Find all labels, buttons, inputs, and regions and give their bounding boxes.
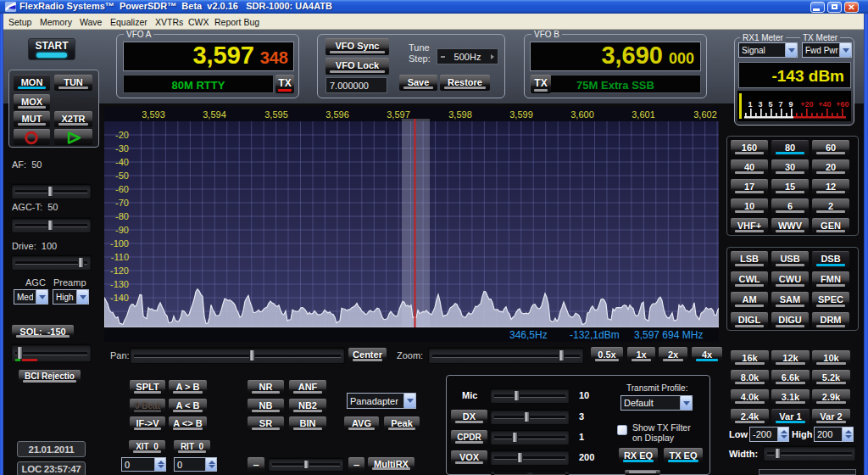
- svg-text:-20: -20: [115, 130, 129, 140]
- svg-text:3,602: 3,602: [693, 109, 717, 120]
- svg-text:-120: -120: [110, 265, 129, 276]
- svg-text:-140: -140: [110, 293, 129, 303]
- svg-text:7: 7: [778, 100, 782, 109]
- svg-text:3,601: 3,601: [632, 109, 655, 120]
- svg-text:-70: -70: [115, 198, 129, 208]
- svg-text:+40: +40: [818, 100, 831, 109]
- svg-text:-100: -100: [110, 238, 129, 249]
- svg-text:3,599: 3,599: [509, 109, 533, 120]
- svg-text:5: 5: [768, 100, 772, 109]
- svg-text:-50: -50: [115, 170, 129, 181]
- svg-text:3,600: 3,600: [570, 109, 594, 120]
- svg-text:3,596: 3,596: [326, 109, 349, 120]
- svg-text:3,595: 3,595: [264, 109, 288, 120]
- svg-text:-110: -110: [111, 252, 129, 262]
- svg-text:+20: +20: [800, 100, 813, 109]
- svg-text:-130: -130: [110, 279, 129, 289]
- svg-text:-80: -80: [115, 211, 129, 221]
- svg-text:3: 3: [758, 100, 762, 109]
- svg-text:3,597: 3,597: [387, 109, 410, 120]
- svg-text:-90: -90: [115, 225, 129, 235]
- svg-text:-40: -40: [115, 157, 129, 167]
- svg-text:+60: +60: [836, 100, 849, 109]
- svg-text:1: 1: [748, 100, 752, 109]
- svg-text:3,594: 3,594: [203, 109, 226, 120]
- svg-text:3,598: 3,598: [448, 109, 472, 120]
- svg-text:-60: -60: [115, 184, 129, 194]
- svg-text:9: 9: [788, 100, 793, 109]
- svg-text:3,593: 3,593: [142, 109, 165, 120]
- svg-text:-30: -30: [115, 143, 129, 154]
